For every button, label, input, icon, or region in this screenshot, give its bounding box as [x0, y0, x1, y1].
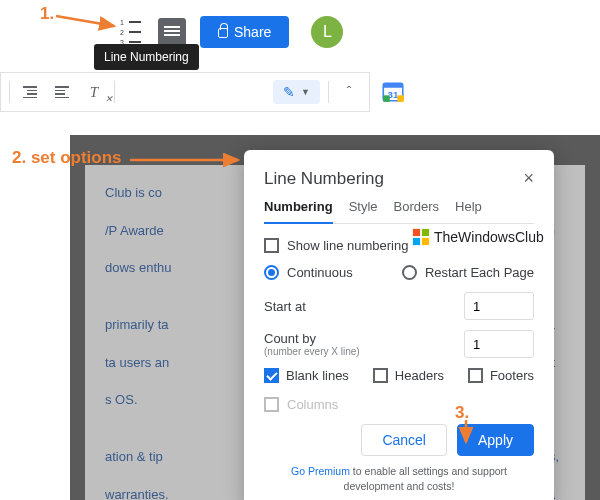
start-at-label: Start at — [264, 299, 306, 314]
dialog-tabs: Numbering Style Borders Help — [264, 199, 534, 224]
dialog-title: Line Numbering — [264, 169, 384, 189]
share-label: Share — [234, 24, 271, 40]
hide-menus-icon[interactable]: ˆ — [337, 82, 361, 102]
columns-checkbox — [264, 397, 279, 412]
divider — [114, 81, 115, 103]
annotation-step2: 2. set options — [12, 148, 122, 168]
close-icon[interactable]: × — [523, 168, 534, 189]
divider — [9, 81, 10, 103]
divider — [328, 81, 329, 103]
blank-lines-checkbox[interactable] — [264, 368, 279, 383]
continuous-radio[interactable] — [264, 265, 279, 280]
editing-mode-button[interactable]: ✎ ▼ — [273, 80, 320, 104]
svg-rect-10 — [413, 238, 420, 245]
watermark: TheWindowsClub — [412, 228, 544, 246]
count-by-sublabel: (number every X line) — [264, 346, 360, 357]
tab-style[interactable]: Style — [349, 199, 378, 223]
footers-label: Footers — [490, 368, 534, 383]
svg-rect-11 — [422, 238, 429, 245]
count-by-input[interactable] — [464, 330, 534, 358]
watermark-logo-icon — [412, 228, 430, 246]
count-by-label: Count by — [264, 331, 360, 346]
svg-rect-1 — [383, 83, 403, 87]
lock-icon — [218, 28, 228, 38]
pencil-icon: ✎ — [283, 84, 295, 100]
columns-label: Columns — [287, 397, 338, 412]
calendar-icon[interactable]: 31 — [380, 78, 406, 104]
show-line-numbering-label: Show line numbering — [287, 238, 408, 253]
go-premium-link[interactable]: Go Premium — [291, 465, 350, 477]
svg-rect-8 — [413, 229, 420, 236]
outdent-icon[interactable] — [18, 82, 42, 102]
cancel-button[interactable]: Cancel — [361, 424, 447, 456]
svg-rect-4 — [383, 95, 390, 102]
indent-icon[interactable] — [50, 82, 74, 102]
watermark-text: TheWindowsClub — [434, 229, 544, 245]
chevron-down-icon: ▼ — [301, 87, 310, 97]
arrow-2 — [130, 148, 250, 182]
svg-rect-3 — [397, 95, 404, 102]
svg-line-5 — [56, 16, 114, 26]
blank-lines-label: Blank lines — [286, 368, 349, 383]
line-numbering-dialog: Line Numbering × Numbering Style Borders… — [244, 150, 554, 500]
line-numbering-tooltip: Line Numbering — [94, 44, 199, 70]
continuous-label: Continuous — [287, 265, 353, 280]
show-line-numbering-checkbox[interactable] — [264, 238, 279, 253]
comment-icon[interactable] — [158, 18, 186, 46]
headers-checkbox[interactable] — [373, 368, 388, 383]
footers-checkbox[interactable] — [468, 368, 483, 383]
avatar[interactable]: L — [311, 16, 343, 48]
svg-rect-9 — [422, 229, 429, 236]
format-toolbar: T✕ ✎ ▼ ˆ — [0, 72, 370, 112]
premium-footer: Go Premium to enable all settings and su… — [264, 464, 534, 493]
annotation-step1: 1. — [40, 4, 54, 24]
headers-label: Headers — [395, 368, 444, 383]
arrow-1 — [56, 10, 126, 44]
tab-help[interactable]: Help — [455, 199, 482, 223]
restart-label: Restart Each Page — [425, 265, 534, 280]
share-button[interactable]: Share — [200, 16, 289, 48]
tab-borders[interactable]: Borders — [394, 199, 440, 223]
arrow-3 — [458, 420, 478, 454]
start-at-input[interactable] — [464, 292, 534, 320]
clear-formatting-icon[interactable]: T✕ — [82, 82, 106, 102]
tab-numbering[interactable]: Numbering — [264, 199, 333, 224]
restart-radio[interactable] — [402, 265, 417, 280]
